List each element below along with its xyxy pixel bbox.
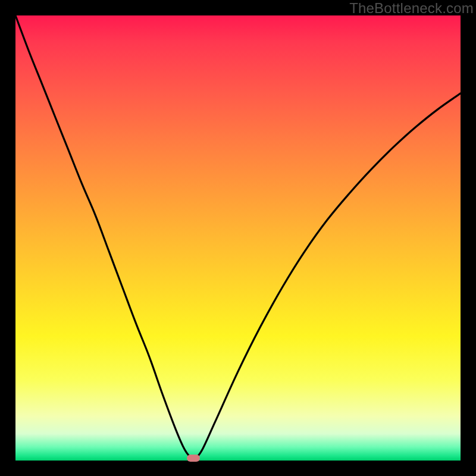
chart-frame: [11, 11, 465, 465]
plot-area: [15, 15, 461, 461]
watermark-text: TheBottleneck.com: [349, 0, 474, 17]
bottleneck-curve: [15, 15, 461, 461]
curve-min-marker: [187, 455, 200, 462]
